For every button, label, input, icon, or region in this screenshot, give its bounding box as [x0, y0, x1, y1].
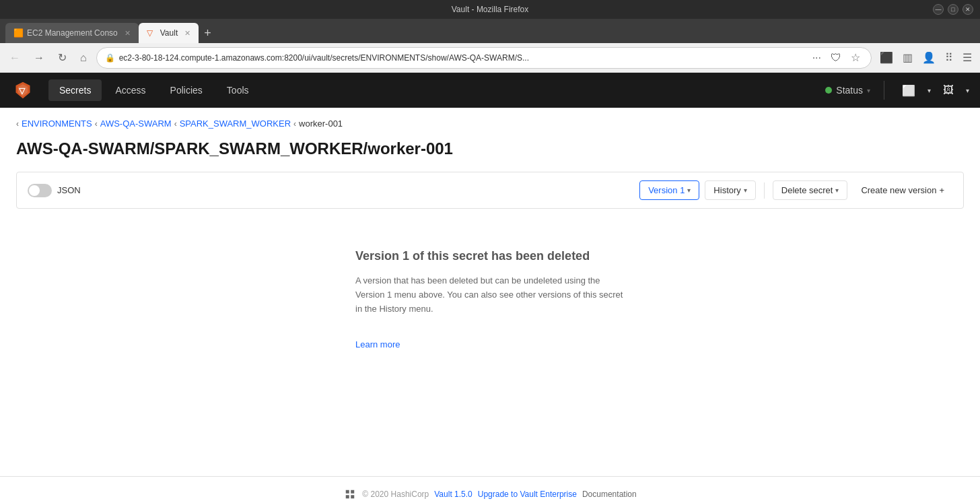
profile-icon[interactable]: 👤 — [919, 48, 938, 67]
status-chevron: ▾ — [867, 87, 870, 94]
breadcrumb-sep-0: ‹ — [16, 119, 19, 129]
reload-button[interactable]: ↻ — [54, 48, 71, 67]
url-text: ec2-3-80-18-124.compute-1.amazonaws.com:… — [119, 53, 806, 63]
deleted-body: A version that has been deleted but can … — [355, 274, 625, 352]
status-badge[interactable]: Status ▾ — [825, 85, 870, 96]
create-icon: + — [939, 185, 944, 195]
url-bar[interactable]: 🔒 ec2-3-80-18-124.compute-1.amazonaws.co… — [96, 47, 872, 69]
vault-tab-close[interactable]: ✕ — [184, 29, 190, 38]
browser-chrome: Vault - Mozilla Firefox — □ ✕ 🟧 EC2 Mana… — [0, 0, 980, 73]
history-label: History — [713, 185, 740, 195]
toolbar-right: Version 1 ▾ History ▾ Delete secret ▾ Cr… — [639, 180, 952, 200]
svg-rect-4 — [351, 490, 355, 494]
vault-favicon: ▽ — [147, 28, 156, 38]
breadcrumb-environments[interactable]: ENVIRONMENTS — [22, 119, 92, 129]
page-content: ‹ ENVIRONMENTS ‹ AWS-QA-SWARM ‹ SPARK_SW… — [0, 108, 980, 476]
breadcrumb-spark-swarm-worker[interactable]: SPARK_SWARM_WORKER — [180, 119, 291, 129]
history-chevron: ▾ — [744, 187, 747, 194]
breadcrumb-aws-qa-swarm[interactable]: AWS-QA-SWARM — [100, 119, 172, 129]
json-label: JSON — [57, 185, 81, 195]
sidebar-icon[interactable]: ▥ — [900, 48, 915, 67]
vault-tab-label: Vault — [160, 28, 178, 38]
close-window-button[interactable]: ✕ — [963, 4, 973, 15]
browser-title-bar: Vault - Mozilla Firefox — □ ✕ — [0, 0, 980, 19]
nav-item-access[interactable]: Access — [104, 79, 156, 101]
security-icon: 🔒 — [105, 53, 115, 63]
browser-title: Vault - Mozilla Firefox — [452, 5, 528, 14]
breadcrumb-worker-001: worker-001 — [299, 119, 343, 129]
nav-item-tools[interactable]: Tools — [216, 79, 260, 101]
version-button[interactable]: Version 1 ▾ — [639, 180, 699, 200]
version-label: Version 1 — [648, 185, 685, 195]
menu-icon[interactable]: ☰ — [960, 48, 975, 67]
tab-vault[interactable]: ▽ Vault ✕ — [139, 23, 199, 43]
history-button[interactable]: History ▾ — [705, 180, 755, 200]
upgrade-link[interactable]: Upgrade to Vault Enterprise — [478, 490, 577, 499]
create-version-button[interactable]: Create new version + — [853, 181, 952, 199]
nav-bar: ← → ↻ ⌂ 🔒 ec2-3-80-18-124.compute-1.amaz… — [0, 43, 980, 73]
footer-logo — [343, 488, 357, 501]
apps-icon[interactable]: ⠿ — [942, 48, 956, 67]
minimize-button[interactable]: — — [933, 4, 944, 15]
back-button[interactable]: ← — [5, 49, 24, 67]
deleted-body-text: A version that has been deleted but can … — [355, 275, 623, 314]
status-label: Status — [836, 85, 863, 96]
create-label: Create new version — [861, 185, 936, 195]
learn-more-link[interactable]: Learn more — [355, 338, 625, 352]
ec2-tab-label: EC2 Management Conso — [27, 28, 118, 38]
secret-content: Version 1 of this secret has been delete… — [0, 209, 980, 393]
delete-label: Delete secret — [781, 185, 833, 195]
breadcrumb-sep-1: ‹ — [95, 119, 98, 129]
vault-nav: ▽ Secrets Access Policies Tools Status ▾… — [0, 73, 980, 108]
svg-rect-6 — [351, 495, 355, 498]
secret-toolbar: JSON Version 1 ▾ History ▾ Delete secret… — [16, 172, 964, 209]
vault-logo[interactable]: ▽ — [11, 78, 35, 102]
breadcrumb-sep-3: ‹ — [293, 119, 296, 129]
status-dot — [825, 87, 832, 94]
hashicorp-logo — [343, 488, 357, 501]
breadcrumb-sep-2: ‹ — [174, 119, 177, 129]
json-toggle: JSON — [28, 184, 81, 197]
delete-chevron: ▾ — [835, 187, 839, 194]
extensions-icon[interactable]: ⬛ — [877, 48, 896, 67]
maximize-button[interactable]: □ — [948, 4, 958, 15]
deleted-message: Version 1 of this secret has been delete… — [355, 249, 625, 352]
bookmark-shield-icon[interactable]: 🛡 — [828, 49, 844, 67]
home-button[interactable]: ⌂ — [76, 49, 91, 67]
breadcrumb: ‹ ENVIRONMENTS ‹ AWS-QA-SWARM ‹ SPARK_SW… — [0, 108, 980, 134]
toolbar-divider — [764, 182, 765, 199]
tab-ec2[interactable]: 🟧 EC2 Management Conso ✕ — [5, 23, 139, 43]
ec2-favicon: 🟧 — [13, 28, 23, 38]
window-controls: — □ ✕ — [933, 4, 973, 15]
user-chevron[interactable]: ▾ — [966, 87, 969, 94]
json-toggle-switch[interactable] — [28, 184, 52, 197]
svg-text:▽: ▽ — [18, 86, 26, 96]
toggle-knob — [29, 185, 40, 196]
nav-extra-buttons: ⬛ ▥ 👤 ⠿ ☰ — [877, 48, 975, 67]
nav-item-secrets[interactable]: Secrets — [48, 79, 102, 101]
new-tab-button[interactable]: + — [199, 24, 217, 43]
footer: © 2020 HashiCorp Vault 1.5.0 Upgrade to … — [0, 476, 980, 503]
terminal-chevron[interactable]: ▾ — [928, 87, 931, 94]
vault-version-link[interactable]: Vault 1.5.0 — [434, 490, 472, 499]
ec2-tab-close[interactable]: ✕ — [125, 29, 131, 38]
vault-nav-items: Secrets Access Policies Tools — [48, 79, 825, 101]
nav-divider — [884, 81, 884, 100]
svg-rect-5 — [346, 495, 349, 498]
deleted-title: Version 1 of this secret has been delete… — [355, 249, 625, 263]
delete-secret-button[interactable]: Delete secret ▾ — [773, 180, 848, 200]
documentation-link[interactable]: Documentation — [582, 490, 637, 499]
svg-rect-3 — [346, 490, 349, 494]
url-menu-icon[interactable]: ··· — [810, 49, 824, 67]
star-icon[interactable]: ☆ — [848, 48, 863, 67]
toolbar-left: JSON — [28, 184, 81, 197]
nav-item-policies[interactable]: Policies — [160, 79, 213, 101]
user-icon[interactable]: 🖼 — [939, 80, 958, 100]
version-chevron: ▾ — [687, 187, 691, 194]
footer-copyright: © 2020 HashiCorp — [362, 490, 429, 499]
page-title: AWS-QA-SWARM/SPARK_SWARM_WORKER/worker-0… — [0, 134, 980, 172]
vault-app: ▽ Secrets Access Policies Tools Status ▾… — [0, 73, 980, 503]
terminal-icon[interactable]: ⬜ — [898, 80, 919, 101]
forward-button[interactable]: → — [30, 49, 48, 67]
tab-bar: 🟧 EC2 Management Conso ✕ ▽ Vault ✕ + — [0, 19, 980, 43]
